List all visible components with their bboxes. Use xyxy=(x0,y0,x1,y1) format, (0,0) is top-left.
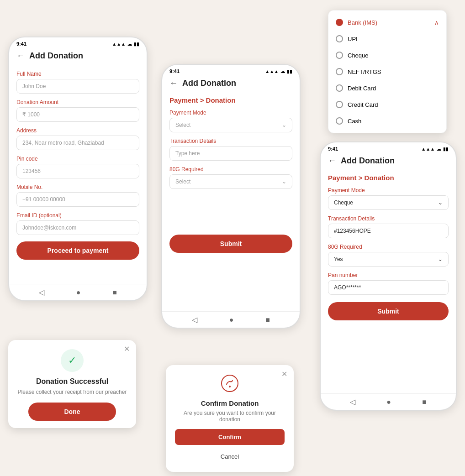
label-address: Address xyxy=(16,127,139,134)
label-mobile: Mobile No. xyxy=(16,184,139,190)
phone-payment-filled: 9:41 ▲▲▲ ☁ ▮▮ ← Add Donation Payment > D… xyxy=(320,141,457,411)
confirm-modal: ✕ Confirm Donation Are you sure you want… xyxy=(166,365,294,472)
dropdown-item-bank[interactable]: Bank (IMS) ∧ xyxy=(328,14,446,31)
input-transaction-2[interactable]: Type here xyxy=(169,146,292,161)
phone-payment-mode: 9:41 ▲▲▲ ☁ ▮▮ ← Add Donation Payment > D… xyxy=(161,64,301,329)
confirm-button[interactable]: Confirm xyxy=(175,429,285,445)
select-payment-mode-2[interactable]: Select ⌄ xyxy=(169,118,292,132)
status-time-3: 9:41 xyxy=(328,146,338,152)
battery-icon-2: ▮▮ xyxy=(287,69,292,74)
dropdown-item-cash[interactable]: Cash xyxy=(328,113,446,129)
wifi-icon: ☁ xyxy=(127,42,132,47)
label-transaction-3: Transaction Details xyxy=(328,215,449,222)
success-icon: ✓ xyxy=(61,349,84,372)
select-g80-2[interactable]: Select ⌄ xyxy=(169,174,292,189)
signal-icon-2: ▲▲▲ xyxy=(265,69,279,74)
dropdown-label-credit: Credit Card xyxy=(348,101,378,108)
label-payment-mode-2: Payment Mode xyxy=(169,110,292,116)
dropdown-item-debit[interactable]: Debit Card xyxy=(328,80,446,96)
done-button[interactable]: Done xyxy=(28,403,116,421)
nav-square-2[interactable]: ■ xyxy=(265,316,270,324)
input-transaction-3[interactable]: #123456HOPE xyxy=(328,224,449,238)
select-g80-3[interactable]: Yes ⌄ xyxy=(328,252,449,267)
nav-back-3[interactable]: ◁ xyxy=(350,398,355,406)
nav-home-1[interactable]: ● xyxy=(76,288,81,297)
battery-icon: ▮▮ xyxy=(134,42,139,47)
payment-mode-dropdown: Bank (IMS) ∧ UPI Cheque NEFT/RTGS Debit … xyxy=(328,10,447,133)
phone-title-1: Add Donation xyxy=(29,51,83,61)
section-title-3: Payment > Donation xyxy=(328,174,449,182)
select-payment-mode-3[interactable]: Cheque ⌄ xyxy=(328,195,449,210)
label-g80-2: 80G Required xyxy=(169,166,292,173)
back-arrow-1[interactable]: ← xyxy=(16,51,25,61)
label-g80-3: 80G Required xyxy=(328,244,449,250)
input-email[interactable]: Johndoe@iskcon.com xyxy=(16,220,139,235)
dropdown-item-credit[interactable]: Credit Card xyxy=(328,96,446,113)
status-time-2: 9:41 xyxy=(169,68,180,74)
dropdown-item-upi[interactable]: UPI xyxy=(328,31,446,47)
confirm-title: Confirm Donation xyxy=(175,399,285,407)
back-arrow-2[interactable]: ← xyxy=(169,78,178,88)
chevron-down-icon-g80: ⌄ xyxy=(282,178,286,185)
dropdown-label-upi: UPI xyxy=(348,36,358,42)
dropdown-label-bank: Bank (IMS) xyxy=(348,19,377,26)
back-arrow-3[interactable]: ← xyxy=(328,156,336,166)
submit-button-3[interactable]: Submit xyxy=(328,302,449,320)
select-g80-placeholder: Select xyxy=(175,178,190,185)
nav-home-2[interactable]: ● xyxy=(229,316,234,324)
phone-header-2: ← Add Donation xyxy=(162,76,300,93)
input-fullname[interactable]: John Doe xyxy=(16,79,139,94)
nav-back-1[interactable]: ◁ xyxy=(39,288,44,297)
chevron-down-icon-g80-3: ⌄ xyxy=(438,256,443,262)
phone-header-1: ← Add Donation xyxy=(9,48,147,65)
nav-square-1[interactable]: ■ xyxy=(112,288,117,297)
input-address[interactable]: 234, Near metro road, Ghaziabad xyxy=(16,136,139,150)
signal-icon: ▲▲▲ xyxy=(112,42,126,47)
success-title: Donation Successful xyxy=(17,377,127,386)
radio-cheque xyxy=(336,52,343,59)
input-pan[interactable]: AGO******* xyxy=(328,280,449,295)
dropdown-item-cheque[interactable]: Cheque xyxy=(328,47,446,63)
wifi-icon-3: ☁ xyxy=(437,146,441,152)
nav-back-2[interactable]: ◁ xyxy=(192,315,197,324)
input-mobile[interactable]: +91 00000 00000 xyxy=(16,192,139,207)
dropdown-item-neft[interactable]: NEFT/RTGS xyxy=(328,63,446,80)
signal-icon-3: ▲▲▲ xyxy=(421,146,435,152)
label-amount: Donation Amount xyxy=(16,99,139,105)
status-time-1: 9:41 xyxy=(16,41,26,47)
nav-square-3[interactable]: ■ xyxy=(422,398,427,406)
dropdown-label-neft: NEFT/RTGS xyxy=(348,68,381,75)
radio-upi xyxy=(336,35,343,42)
nav-home-3[interactable]: ● xyxy=(386,398,391,406)
select-payment-placeholder: Select xyxy=(175,122,190,128)
chevron-down-icon-3: ⌄ xyxy=(438,199,443,206)
cancel-button[interactable]: Cancel xyxy=(175,449,285,465)
label-payment-mode-3: Payment Mode xyxy=(328,187,449,194)
radio-credit xyxy=(336,101,343,108)
bottom-nav-2: ◁ ● ■ xyxy=(162,311,300,328)
phone-title-3: Add Donation xyxy=(341,156,395,166)
status-icons-1: ▲▲▲ ☁ ▮▮ xyxy=(112,42,139,47)
radio-neft xyxy=(336,68,343,75)
svg-point-1 xyxy=(229,386,231,387)
bottom-nav-1: ◁ ● ■ xyxy=(9,284,147,300)
proceed-payment-button[interactable]: Proceed to payment xyxy=(16,241,139,260)
phone-add-donation: 9:41 ▲▲▲ ☁ ▮▮ ← Add Donation Full Name J… xyxy=(8,37,148,301)
success-close-button[interactable]: ✕ xyxy=(124,345,130,353)
phone-content-2: Payment > Donation Payment Mode Select ⌄… xyxy=(162,93,300,311)
input-pincode[interactable]: 123456 xyxy=(16,164,139,178)
success-modal: ✕ ✓ Donation Successful Please collect y… xyxy=(8,340,136,428)
section-title-2: Payment > Donation xyxy=(169,96,292,104)
status-icons-3: ▲▲▲ ☁ ▮▮ xyxy=(421,146,449,152)
confirm-close-button[interactable]: ✕ xyxy=(281,370,287,378)
confirm-icon xyxy=(175,374,285,396)
radio-debit xyxy=(336,84,343,92)
confirm-subtitle: Are you sure you want to confirm your do… xyxy=(175,410,285,423)
chevron-down-icon-2: ⌄ xyxy=(282,122,286,128)
radio-bank xyxy=(336,19,343,26)
input-amount[interactable]: ₹ 1000 xyxy=(16,107,139,122)
label-fullname: Full Name xyxy=(16,71,139,77)
submit-button-2[interactable]: Submit xyxy=(169,235,292,253)
dropdown-label-debit: Debit Card xyxy=(348,85,376,92)
dropdown-collapse-icon: ∧ xyxy=(434,19,439,26)
